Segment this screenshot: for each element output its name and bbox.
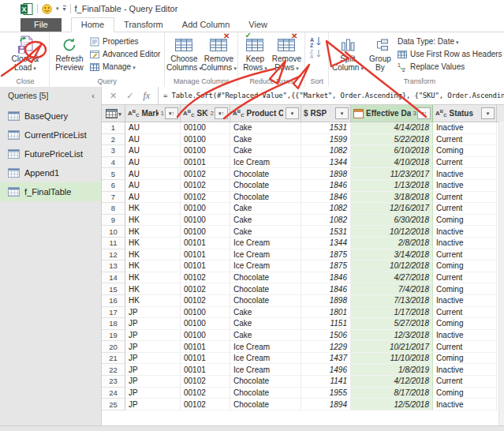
cell[interactable]: 1846 <box>301 180 351 192</box>
cell[interactable]: JP <box>125 307 181 319</box>
cell[interactable]: 10/21/2017 <box>351 341 433 353</box>
cell[interactable]: Inactive <box>433 295 497 307</box>
cancel-formula-icon[interactable]: ✕ <box>110 91 117 101</box>
cell[interactable]: 00101 <box>181 249 230 261</box>
cell[interactable]: JP <box>125 330 181 342</box>
cell[interactable]: JP <box>125 341 181 353</box>
cell[interactable]: Coming <box>433 283 497 295</box>
cell[interactable]: Inactive <box>433 399 497 410</box>
cell[interactable]: 00100 <box>181 134 230 146</box>
row-number[interactable]: 22 <box>102 364 125 376</box>
cell[interactable]: 00100 <box>181 318 230 330</box>
vertical-scrollbar[interactable] <box>498 122 504 426</box>
cell[interactable]: Ice Cream <box>230 238 301 249</box>
cell[interactable]: Current <box>433 376 497 388</box>
cell[interactable]: 1229 <box>301 341 351 353</box>
cell[interactable]: 00101 <box>181 157 230 169</box>
table-menu-button[interactable] <box>102 105 125 122</box>
row-number[interactable]: 5 <box>102 168 125 180</box>
filter-button[interactable]: ▾ <box>335 107 349 119</box>
cell[interactable]: HK <box>125 238 181 249</box>
cell[interactable]: 1531 <box>301 122 351 134</box>
cell[interactable]: Chocolate <box>230 180 301 192</box>
cell[interactable]: Current <box>433 272 497 284</box>
group-by-button[interactable]: Group By <box>365 33 395 77</box>
column-header-effective-date[interactable]: Effective Date3▾↑ <box>351 105 433 122</box>
formula-input[interactable]: = Table.Sort(#"Replaced Value",{{"Market… <box>158 87 504 104</box>
row-number[interactable]: 6 <box>102 180 125 192</box>
row-number[interactable]: 24 <box>102 388 125 399</box>
cell[interactable]: Chocolate <box>230 168 301 180</box>
filter-button[interactable]: ▾ <box>286 107 299 119</box>
cell[interactable]: 1151 <box>301 318 351 330</box>
cell[interactable]: Coming <box>433 215 497 227</box>
cell[interactable]: 1082 <box>301 203 351 215</box>
cell[interactable]: 1506 <box>301 330 351 342</box>
cell[interactable]: Chocolate <box>230 192 301 204</box>
cell[interactable]: 11/10/2018 <box>351 353 433 365</box>
row-number[interactable]: 3 <box>102 145 125 157</box>
sidebar-item-CurrentPriceList[interactable]: CurrentPriceList <box>0 126 101 144</box>
cell[interactable]: 11/23/2017 <box>351 168 433 180</box>
cell[interactable]: Chocolate <box>230 399 301 410</box>
sidebar-item-Append1[interactable]: Append1 <box>0 163 101 182</box>
cell[interactable]: 1599 <box>301 134 351 146</box>
sidebar-item-f_FinalTable[interactable]: f_FinalTable <box>0 182 101 201</box>
cell[interactable]: 1/13/2018 <box>351 180 433 192</box>
cell[interactable]: 00102 <box>181 180 230 192</box>
cell[interactable]: 00102 <box>181 168 230 180</box>
cell[interactable]: 00101 <box>181 341 230 353</box>
cell[interactable]: 00101 <box>181 260 230 272</box>
replace-values-button[interactable]: 12 Replace Values <box>395 61 504 73</box>
column-header-rsp[interactable]: $RSP▾ <box>301 105 351 122</box>
keep-rows-button[interactable]: ✓ Keep Rows <box>240 33 270 77</box>
cell[interactable]: 1846 <box>301 192 351 204</box>
cell[interactable]: 00102 <box>181 388 230 399</box>
column-header-product-cat[interactable]: ABCProduct Cat▾ <box>230 105 301 122</box>
cell[interactable]: Inactive <box>433 364 497 376</box>
cell[interactable]: HK <box>125 272 181 284</box>
cell[interactable]: 1955 <box>301 388 351 399</box>
cell[interactable]: 00102 <box>181 192 230 204</box>
cell[interactable]: 00101 <box>181 364 230 376</box>
cell[interactable]: Cake <box>230 215 301 227</box>
cell[interactable]: Current <box>433 157 497 169</box>
cell[interactable]: JP <box>125 353 181 365</box>
cell[interactable]: AU <box>125 180 181 192</box>
cell[interactable]: 1846 <box>301 272 351 284</box>
cell[interactable]: Coming <box>433 318 497 330</box>
cell[interactable]: Cake <box>230 122 301 134</box>
cell[interactable]: Chocolate <box>230 295 301 307</box>
cell[interactable]: 5/22/2018 <box>351 134 433 146</box>
cell[interactable]: 12/5/2018 <box>351 399 433 410</box>
cell[interactable]: JP <box>125 364 181 376</box>
send-a-smile-icon[interactable] <box>42 4 52 14</box>
close-and-load-button[interactable]: Close & Load <box>3 33 47 77</box>
tab-home[interactable]: Home <box>71 17 114 32</box>
cell[interactable]: 1141 <box>301 376 351 388</box>
cell[interactable]: AU <box>125 134 181 146</box>
cell[interactable]: HK <box>125 215 181 227</box>
sort-ascending-button[interactable]: A Z <box>310 36 323 47</box>
cell[interactable]: 12/3/2018 <box>351 330 433 342</box>
cell[interactable]: AU <box>125 122 181 134</box>
row-number[interactable]: 16 <box>102 295 125 307</box>
row-number[interactable]: 9 <box>102 215 125 227</box>
cell[interactable]: 00100 <box>181 122 230 134</box>
cell[interactable]: Current <box>433 307 497 319</box>
sidebar-item-FuturePriceList[interactable]: FuturePriceList <box>0 144 101 163</box>
cell[interactable]: 1898 <box>301 295 351 307</box>
cell[interactable]: 00100 <box>181 215 230 227</box>
cell[interactable]: 6/10/2018 <box>351 145 433 157</box>
row-number[interactable]: 2 <box>102 134 125 146</box>
cell[interactable]: 3/14/2018 <box>351 249 433 261</box>
cell[interactable]: 3/18/2018 <box>351 192 433 204</box>
cell[interactable]: Inactive <box>433 226 497 238</box>
cell[interactable]: AU <box>125 192 181 204</box>
cell[interactable]: 1/17/2018 <box>351 307 433 319</box>
use-first-row-as-headers-button[interactable]: Use First Row as Headers <box>395 48 504 60</box>
cell[interactable]: 12/16/2017 <box>351 203 433 215</box>
cell[interactable]: Cake <box>230 203 301 215</box>
cell[interactable]: 1894 <box>301 399 351 410</box>
cell[interactable]: 10/12/2018 <box>351 226 433 238</box>
